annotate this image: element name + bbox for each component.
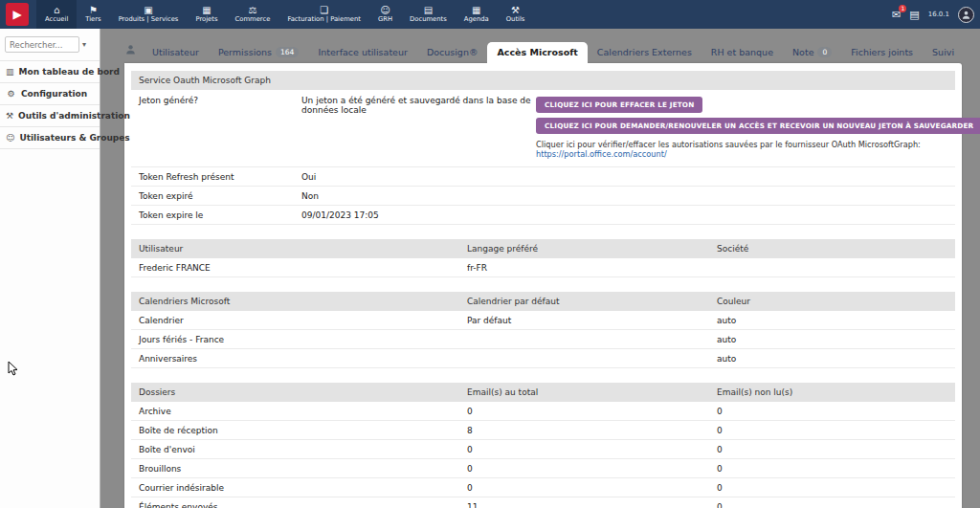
renew-token-button[interactable]: CLIQUEZ ICI POUR DEMANDER/RENOUVELER UN …: [536, 118, 980, 134]
row-label: Token expire le: [139, 210, 301, 220]
table-row: Boîte d'envoi 0 0: [131, 440, 955, 459]
oauth-portal-link[interactable]: https://portal.office.com/account/: [536, 149, 667, 159]
menu-item-outils[interactable]: ⚒ Outils: [498, 0, 534, 29]
tab-suivi[interactable]: Suivi: [923, 42, 964, 63]
printer-icon[interactable]: ▤: [909, 9, 919, 21]
tab-label: Accès Microsoft: [497, 47, 577, 57]
tab-utilisateur[interactable]: Utilisateur: [143, 42, 209, 63]
agenda-icon: ▦: [472, 5, 480, 15]
table-row: Calendrier Par défaut auto: [131, 311, 955, 330]
token-actions: CLIQUEZ ICI POUR EFFACER LE JETON CLIQUE…: [536, 96, 980, 159]
menu-label: Accueil: [45, 15, 68, 24]
tab-fichiers-joints[interactable]: Fichiers joints: [841, 42, 923, 63]
row-label: Token expiré: [139, 191, 301, 201]
menu-item-produits-services[interactable]: ▣ Produits | Services: [110, 0, 188, 29]
tab-calendriers-externes[interactable]: Calendriers Externes: [588, 42, 702, 63]
tab-note[interactable]: Note 0: [783, 42, 841, 63]
user-table-header: Utilisateur Langage préféré Société: [131, 239, 955, 258]
user-icon: [124, 41, 137, 59]
row-label: Token Refresh présent: [139, 172, 301, 182]
search-input[interactable]: [5, 36, 79, 53]
menu-item-tiers[interactable]: ⚑ Tiers: [77, 0, 109, 29]
tab-permissions[interactable]: Permissions 164: [209, 42, 309, 63]
tab-acces-microsoft[interactable]: Accès Microsoft: [487, 42, 587, 63]
products-icon: ▣: [144, 5, 152, 15]
menu-item-facturation-paiement[interactable]: ❏ Facturation | Paiement: [278, 0, 369, 29]
menu-label: Commerce: [234, 15, 270, 24]
cell: Boîte d'envoi: [139, 445, 467, 454]
folders-table: Dossiers Email(s) au total Email(s) non …: [131, 383, 955, 508]
table-row: Anniversaires auto: [131, 349, 955, 368]
tab-label: RH et banque: [711, 47, 773, 57]
tab-rh-et-banque[interactable]: RH et banque: [702, 42, 783, 63]
cell: Courrier indésirable: [139, 483, 467, 493]
user-avatar[interactable]: [958, 7, 974, 23]
table-row: Token expiré Non: [131, 187, 955, 206]
dashboard-icon: ▥: [6, 67, 14, 77]
menu-item-commerce[interactable]: ⚖ Commerce: [226, 0, 278, 29]
chevron-down-icon[interactable]: ▾: [82, 40, 86, 49]
table-row: Brouillons 0 0: [131, 459, 955, 478]
sidebar-item-label: Utilisateurs & Groupes: [19, 133, 129, 143]
user-icon: [961, 10, 971, 20]
tab-label: Note: [792, 47, 814, 57]
main-area: Utilisateur Permissions 164 Interface ut…: [100, 29, 980, 508]
sidebar-search: ▾: [0, 29, 100, 60]
documents-icon: ▤: [424, 5, 433, 15]
column-header: Société: [717, 244, 947, 254]
menu-item-documents[interactable]: ▤ Documents: [401, 0, 456, 29]
menu-item-grh[interactable]: ☺ GRH: [369, 0, 401, 29]
note-badge: 0: [817, 47, 832, 57]
sidebar-item-configuration[interactable]: ⚙ Configuration: [0, 82, 100, 104]
token-generated-label: Jeton généré?: [139, 96, 301, 105]
cell: Anniversaires: [139, 354, 467, 364]
menu-label: Facturation | Paiement: [287, 15, 361, 24]
sidebar-item-dashboard[interactable]: ▥ Mon tableau de bord: [0, 60, 100, 82]
cell: [467, 354, 717, 364]
cell: 0: [467, 407, 717, 416]
cell: 0: [467, 464, 717, 474]
content-card: Service Oauth Microsoft Graph Jeton géné…: [124, 63, 962, 508]
tab-bar: Utilisateur Permissions 164 Interface ut…: [124, 41, 962, 63]
cell: Éléments envoyés: [139, 502, 467, 508]
table-row: Jours fériés - France auto: [131, 330, 955, 349]
top-menu: ⌂ Accueil ⚑ Tiers ▣ Produits | Services …: [36, 0, 533, 29]
tab-label: Calendriers Externes: [597, 47, 692, 57]
row-value: 09/01/2023 17:05: [301, 210, 947, 220]
tab-interface-utilisateur[interactable]: Interface utilisateur: [308, 42, 416, 63]
cell: Jours fériés - France: [139, 335, 467, 344]
sidebar-item-users-groups[interactable]: ☺ Utilisateurs & Groupes: [0, 126, 100, 149]
cell: 0: [717, 502, 947, 508]
cell: 0: [467, 483, 717, 493]
sidebar-item-label: Outils d'administration: [18, 111, 130, 121]
tools-icon: ⚒: [6, 111, 13, 121]
folders-table-header: Dossiers Email(s) au total Email(s) non …: [131, 383, 955, 402]
cell: [467, 335, 717, 344]
cell: Boîte de réception: [139, 426, 467, 435]
cell: Calendrier: [139, 316, 467, 325]
cell: Par défaut: [467, 316, 717, 325]
column-header: Dossiers: [139, 387, 467, 397]
menu-item-accueil[interactable]: ⌂ Accueil: [36, 0, 77, 29]
cell: [717, 263, 947, 273]
table-row: Boîte de réception 8 0: [131, 421, 955, 440]
menu-label: Produits | Services: [119, 15, 179, 24]
sidebar-item-admin-tools[interactable]: ⚒ Outils d'administration: [0, 104, 100, 126]
hr-icon: ☺: [380, 5, 390, 15]
calendars-table-header: Calendriers Microsoft Calendrier par déf…: [131, 292, 955, 311]
tab-docusign[interactable]: Docusign®: [417, 42, 488, 63]
menu-item-agenda[interactable]: ▦ Agenda: [456, 0, 498, 29]
mail-icon[interactable]: ✉ 1: [892, 9, 901, 21]
tab-label: Interface utilisateur: [318, 47, 407, 57]
clear-token-button[interactable]: CLIQUEZ ICI POUR EFFACER LE JETON: [536, 97, 702, 113]
version-label: 16.0.1: [928, 11, 949, 18]
token-generated-value: Un jeton a été généré et sauvegardé dans…: [301, 96, 536, 115]
thirdparties-icon: ⚑: [89, 5, 98, 15]
oauth-check-text: Cliquer ici pour vérifier/effacer les au…: [536, 140, 921, 149]
app-logo[interactable]: ▶: [6, 3, 29, 26]
column-header: Utilisateur: [139, 244, 467, 254]
table-row: Token expire le 09/01/2023 17:05: [131, 206, 955, 225]
menu-item-projets[interactable]: ▦ Projets: [187, 0, 226, 29]
calendars-table: Calendriers Microsoft Calendrier par déf…: [131, 292, 955, 368]
gear-icon: ⚙: [6, 89, 16, 99]
